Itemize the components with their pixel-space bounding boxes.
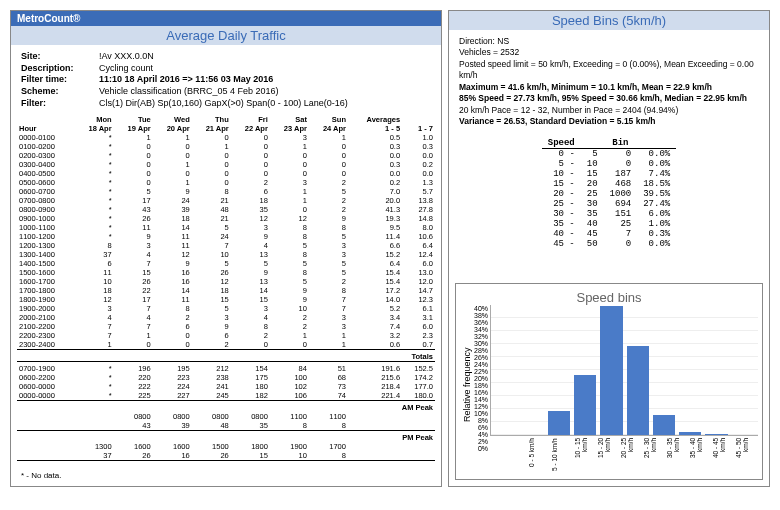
value-cell: 1 (270, 196, 309, 205)
chart-xticks: 0 - 5 km/h5 - 10 km/h10 - 15 km/h15 - 20… (524, 436, 758, 474)
ytick: 16% (474, 389, 488, 396)
value-cell: 14 (153, 286, 192, 295)
bin-cell: 45 - (542, 239, 581, 249)
stat-pct85: 85% Speed = 27.73 km/h, 95% Speed = 30.6… (459, 93, 759, 104)
value-cell: 2 (192, 340, 231, 350)
value-cell: 12 (231, 214, 270, 223)
value-cell: 21 (192, 214, 231, 223)
value-cell: 8 (75, 241, 114, 250)
value-cell: 0 (192, 133, 231, 142)
value-cell: 4 (231, 313, 270, 322)
value-cell: 48 (192, 421, 231, 431)
value-cell: 9.5 (348, 223, 402, 232)
value-cell: 0 (309, 151, 348, 160)
value-cell: 3.1 (402, 313, 435, 322)
value-cell: 15 (231, 451, 270, 461)
table-row: 0700-0800*172421181220.013.8 (17, 196, 435, 205)
xtick: 20 - 25 km/h (620, 438, 639, 474)
value-cell: 35 (231, 205, 270, 214)
table-row: 1500-16001115162698515.413.0 (17, 268, 435, 277)
value-cell: 41.3 (348, 205, 402, 214)
value-cell: 12.0 (402, 277, 435, 286)
bin-row: 35 -40251.0% (542, 219, 676, 229)
value-cell: 5 (309, 187, 348, 196)
value-cell: 17 (114, 196, 153, 205)
value-cell: 5 (270, 259, 309, 268)
value-cell: 15.2 (348, 250, 402, 259)
date-header: 1 - 7 (402, 124, 435, 133)
table-row: 0800-0900*433948350241.327.8 (17, 205, 435, 214)
value-cell: 0.0 (402, 151, 435, 160)
bin-cell: 45 (581, 229, 604, 239)
hour-cell: 0100-0200 (17, 142, 75, 151)
xtick: 5 - 10 km/h (551, 438, 570, 474)
date-header: 22 Apr (231, 124, 270, 133)
value-cell: 218.4 (348, 382, 402, 391)
value-cell: 3 (231, 304, 270, 313)
value-cell: 13.8 (402, 196, 435, 205)
chart-yticks: 40%38%36%34%32%30%28%26%24%22%20%18%16%1… (474, 305, 490, 435)
value-cell: 35 (231, 421, 270, 431)
stat-pace: 20 km/h Pace = 12 - 32, Number in Pace =… (459, 105, 759, 116)
value-cell: 0800 (231, 412, 270, 421)
value-cell: 15 (114, 268, 153, 277)
value-cell (348, 412, 402, 421)
hour-cell: 2000-2100 (17, 313, 75, 322)
bin-cell: 0 (604, 239, 638, 249)
value-cell: 1 (309, 331, 348, 340)
value-cell: 8 (192, 187, 231, 196)
footnote: * - No data. (11, 469, 441, 486)
xtick: 30 - 35 km/h (666, 438, 685, 474)
value-cell: 4 (231, 241, 270, 250)
value-cell: 5 (192, 259, 231, 268)
value-cell: 3 (270, 133, 309, 142)
value-cell: 3 (309, 250, 348, 259)
value-cell: 7.4 (348, 322, 402, 331)
value-cell: 15 (231, 295, 270, 304)
chart-bar (627, 346, 649, 435)
hour-cell: 1800-1900 (17, 295, 75, 304)
hour-cell: 0800-0900 (17, 205, 75, 214)
value-cell: 1300 (75, 442, 114, 451)
value-cell: 225 (114, 391, 153, 401)
bin-cell: 10 (581, 159, 604, 169)
value-cell: 3 (309, 313, 348, 322)
speed-panel: Speed Bins (5km/h) Direction: NS Vehicle… (448, 10, 770, 487)
value-cell: * (75, 196, 114, 205)
bin-row: 0 -500.0% (542, 148, 676, 159)
value-cell: 11 (153, 241, 192, 250)
hour-cell: 1600-1700 (17, 277, 75, 286)
bin-row: 45 -5000.0% (542, 239, 676, 249)
value-cell: 3.4 (348, 313, 402, 322)
date-header: 21 Apr (192, 124, 231, 133)
bin-cell: 35 (581, 209, 604, 219)
table-row: 1100-1200*9112498511.410.6 (17, 232, 435, 241)
value-cell: 2 (270, 322, 309, 331)
value-cell: 16 (153, 451, 192, 461)
value-cell: 1600 (153, 442, 192, 451)
value-cell: 1 (75, 340, 114, 350)
ytick: 4% (474, 431, 488, 438)
value-cell: 10.6 (402, 232, 435, 241)
bin-cell: 7 (604, 229, 638, 239)
value-cell: 0 (231, 151, 270, 160)
chart-title: Speed bins (460, 290, 758, 305)
value-cell: 3 (192, 313, 231, 322)
value-cell: 4 (114, 250, 153, 259)
bin-cell: 0 - (542, 148, 581, 159)
value-cell: 0 (270, 340, 309, 350)
value-cell: 7 (309, 304, 348, 313)
ytick: 8% (474, 417, 488, 424)
value-cell: 0.7 (402, 340, 435, 350)
value-cell: 10 (270, 451, 309, 461)
hour-cell: 1400-1500 (17, 259, 75, 268)
hour-cell: 0700-0800 (17, 196, 75, 205)
value-cell: 0 (114, 160, 153, 169)
value-cell: 0 (309, 169, 348, 178)
value-cell: 8 (153, 304, 192, 313)
value-cell: 11 (153, 232, 192, 241)
bin-cell: 50 (581, 239, 604, 249)
value-cell: 9 (192, 322, 231, 331)
value-cell: 180 (231, 382, 270, 391)
value-cell: 2 (309, 205, 348, 214)
